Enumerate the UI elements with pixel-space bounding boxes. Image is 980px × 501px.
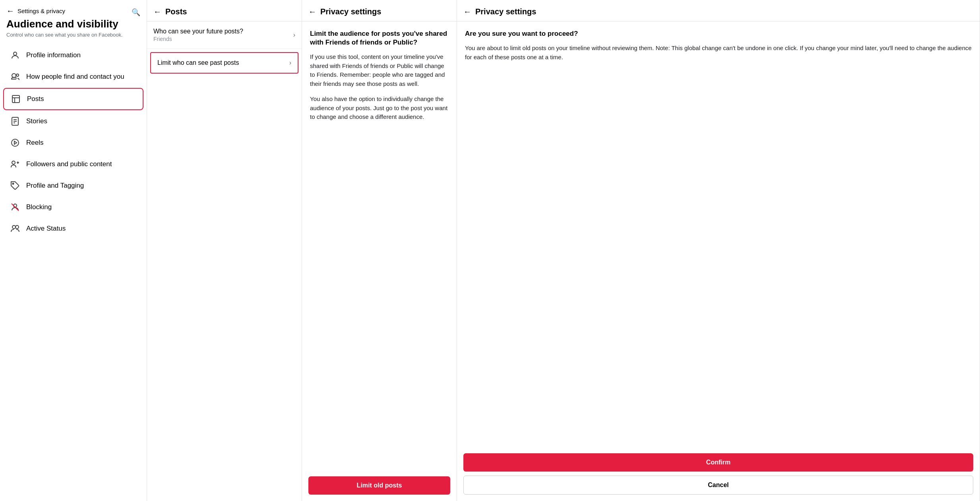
privacy-paragraph: If you use this tool, content on your ti… [310,52,449,88]
posts-list: Who can see your future posts? Friends ›… [147,21,302,77]
posts-list-item-future-posts[interactable]: Who can see your future posts? Friends › [147,21,302,49]
profile-info-icon [10,50,21,61]
find-contact-icon [10,71,21,82]
item-content: Who can see your future posts? Friends [153,28,243,42]
svg-rect-3 [12,95,19,103]
sidebar-item-label-posts: Posts [27,95,44,103]
sidebar-header: ← Settings & privacy Audience and visibi… [0,0,147,41]
sidebar-item-stories[interactable]: Stories [3,111,143,132]
blocking-icon [10,202,21,213]
limit-old-posts-button[interactable]: Limit old posts [308,476,450,495]
posts-list-item-past-posts[interactable]: Limit who can see past posts › [150,52,298,74]
sidebar-item-label-blocking: Blocking [26,203,52,211]
item-content: Limit who can see past posts [157,59,239,66]
sidebar-subtitle: Control who can see what you share on Fa… [6,32,123,38]
sidebar-item-label-profile-info: Profile information [26,51,81,59]
chevron-right-icon: › [289,59,291,66]
confirm-panel-inner: ← Privacy settings Are you sure you want… [457,0,980,501]
privacy-panel-header: ← Privacy settings [302,0,457,21]
reels-icon [10,137,21,148]
chevron-right-icon: › [293,31,295,39]
privacy-panel: ← Privacy settings Limit the audience fo… [302,0,457,501]
profile-tagging-icon [10,180,21,191]
sidebar-item-label-reels: Reels [26,139,43,147]
sidebar-item-label-active-status: Active Status [26,225,66,233]
sidebar-item-profile-tagging[interactable]: Profile and Tagging [3,175,143,196]
search-icon[interactable]: 🔍 [132,8,140,17]
item-subtitle: Friends [153,36,243,42]
active-status-icon [10,223,21,234]
privacy-panel-title: Privacy settings [320,7,381,16]
svg-point-15 [13,183,14,184]
privacy-section-title: Limit the audience for posts you've shar… [310,29,449,47]
confirm-section-title: Are you sure you want to proceed? [465,29,972,38]
svg-point-19 [15,225,19,229]
svg-point-10 [12,139,19,146]
sidebar-nav: Profile information How people find and … [0,41,147,243]
main-title: Audience and visibility [6,18,123,30]
sidebar-item-find-contact[interactable]: How people find and contact you [3,66,143,87]
back-label[interactable]: Settings & privacy [17,8,65,14]
posts-back-arrow[interactable]: ← [153,7,161,16]
privacy-panel-inner: ← Privacy settings Limit the audience fo… [302,0,457,501]
confirm-panel-header: ← Privacy settings [457,0,980,21]
sidebar-item-profile-info[interactable]: Profile information [3,45,143,66]
posts-panel: ← Posts Who can see your future posts? F… [147,0,302,501]
sidebar-item-label-stories: Stories [26,117,47,125]
privacy-footer: Limit old posts [302,470,457,501]
sidebar-item-posts[interactable]: Posts [3,88,143,110]
item-title: Limit who can see past posts [157,59,239,66]
cancel-button[interactable]: Cancel [463,476,973,495]
item-title: Who can see your future posts? [153,28,243,35]
sidebar-item-label-followers: Followers and public content [26,160,112,168]
svg-point-18 [12,225,15,229]
confirm-content: Are you sure you want to proceed? You ar… [457,21,980,447]
sidebar-item-blocking[interactable]: Blocking [3,197,143,217]
sidebar-item-followers[interactable]: Followers and public content [3,154,143,175]
posts-icon [10,93,21,105]
confirm-description: You are about to limit old posts on your… [465,44,972,62]
posts-panel-title: Posts [165,7,187,16]
followers-icon [10,159,21,170]
privacy-back-arrow[interactable]: ← [308,7,316,16]
svg-point-12 [12,161,15,164]
sidebar-item-label-find-contact: How people find and contact you [26,73,124,81]
confirm-panel: ← Privacy settings Are you sure you want… [457,0,980,501]
confirm-footer: Confirm Cancel [457,447,980,501]
posts-panel-header: ← Posts [147,0,302,21]
svg-line-17 [12,204,19,211]
stories-icon [10,116,21,127]
sidebar-panel: ← Settings & privacy Audience and visibi… [0,0,147,501]
svg-point-2 [16,74,19,76]
svg-marker-11 [14,141,17,144]
confirm-back-arrow[interactable]: ← [463,7,471,16]
privacy-paragraphs: If you use this tool, content on your ti… [310,52,449,122]
confirm-panel-title: Privacy settings [475,7,536,16]
sidebar-header-left: ← Settings & privacy Audience and visibi… [6,6,123,38]
sidebar-item-active-status[interactable]: Active Status [3,218,143,239]
confirm-button[interactable]: Confirm [463,453,973,472]
back-arrow-icon[interactable]: ← [6,6,14,16]
svg-point-0 [14,52,17,55]
sidebar-item-label-profile-tagging: Profile and Tagging [26,182,84,190]
sidebar-item-reels[interactable]: Reels [3,132,143,153]
privacy-content: Limit the audience for posts you've shar… [302,21,457,470]
privacy-paragraph: You also have the option to individually… [310,95,449,122]
